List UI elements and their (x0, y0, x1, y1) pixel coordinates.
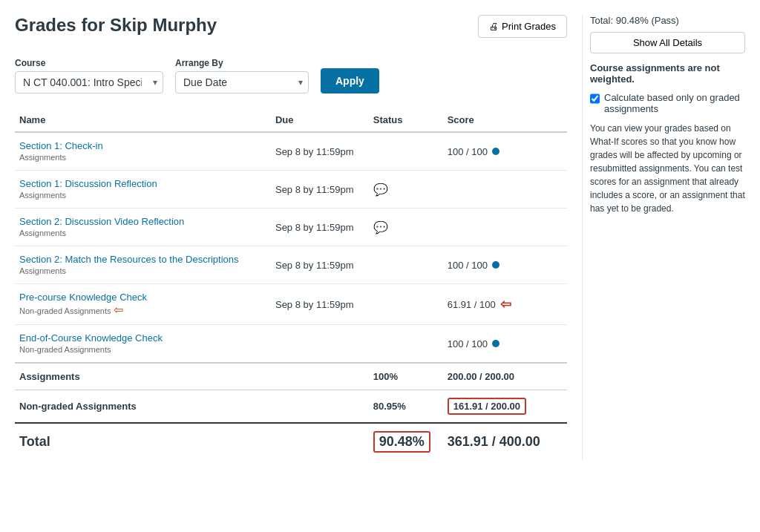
checkbox-label[interactable]: Calculate based only on graded assignmen… (604, 92, 745, 114)
table-row: Section 2: Discussion Video Reflection A… (15, 208, 567, 246)
score-cell: 100 / 100 (443, 132, 557, 171)
status-cell (369, 246, 443, 284)
assignment-link[interactable]: Section 1: Check-in (19, 140, 266, 151)
assignments-footer-label: Assignments (19, 371, 80, 382)
submission-icon: 💬 (373, 183, 388, 196)
assignment-link[interactable]: End-of-Course Knowledge Check (19, 332, 266, 344)
assignments-pct: 100% (369, 363, 443, 390)
sidebar-description: You can view your grades based on What-I… (590, 122, 745, 215)
assignments-score: 200.00 / 200.00 (443, 363, 557, 390)
score-dot (492, 340, 499, 347)
score-cell: 100 / 100 (443, 246, 557, 284)
due-cell: Sep 8 by 11:59pm (271, 132, 369, 171)
nongraded-footer-label: Non-graded Assignments (19, 401, 137, 412)
table-row: Section 2: Match the Resources to the De… (15, 246, 567, 284)
sidebar-total: Total: 90.48% (Pass) (590, 15, 745, 26)
table-row: End-of-Course Knowledge Check Non-graded… (15, 325, 567, 364)
apply-button[interactable]: Apply (321, 68, 379, 93)
assignment-sub: Assignments (19, 153, 66, 162)
score-cell (443, 208, 557, 246)
due-cell (271, 325, 369, 364)
status-cell: 💬 (369, 208, 443, 246)
nongraded-pct: 80.95% (369, 390, 443, 424)
score-cell: 61.91 / 100 ⇦ (443, 284, 557, 325)
status-cell (369, 325, 443, 364)
total-label: Total (19, 434, 50, 449)
due-cell: Sep 8 by 11:59pm (271, 208, 369, 246)
footer-total-row: Total 90.48% 361.91 / 400.00 (15, 423, 567, 460)
score-dot (492, 148, 499, 155)
score-value: 61.91 / 100 (448, 299, 496, 310)
col-score: Score (443, 108, 557, 132)
arrange-label: Arrange By (175, 58, 309, 68)
not-weighted-text: Course assignments are not weighted. (590, 62, 745, 85)
score-value: 100 / 100 (448, 260, 488, 271)
assignment-sub: Assignments (19, 191, 66, 200)
status-cell (369, 132, 443, 171)
table-row: Section 1: Check-in Assignments Sep 8 by… (15, 132, 567, 171)
due-cell: Sep 8 by 11:59pm (271, 284, 369, 325)
assignment-link[interactable]: Section 2: Match the Resources to the De… (19, 254, 266, 265)
score-cell: 100 / 100 (443, 325, 557, 364)
due-cell: Sep 8 by 11:59pm (271, 171, 369, 208)
col-spacer (557, 108, 568, 132)
col-name: Name (15, 108, 271, 132)
footer-assignments-row: Assignments 100% 200.00 / 200.00 (15, 363, 567, 390)
total-score: 361.91 / 400.00 (443, 423, 557, 460)
course-label: Course (15, 58, 163, 68)
assignment-sub: Non-graded Assignments (19, 345, 111, 354)
calculate-checkbox[interactable] (590, 93, 600, 104)
show-all-details-button[interactable]: Show All Details (590, 32, 745, 53)
print-grades-button[interactable]: 🖨 Print Grades (478, 15, 567, 38)
grades-table: Name Due Status Score Section 1: Check-i… (15, 108, 567, 460)
table-row: Pre-course Knowledge Check Non-graded As… (15, 284, 567, 325)
submission-icon: 💬 (373, 221, 388, 234)
left-arrow-icon: ⇦ (500, 296, 511, 312)
status-cell (369, 284, 443, 325)
page-title: Grades for Skip Murphy (15, 15, 217, 36)
assignment-sub: Assignments (19, 266, 66, 275)
footer-nongraded-row: Non-graded Assignments 80.95% 161.91 / 2… (15, 390, 567, 424)
table-row: Section 1: Discussion Reflection Assignm… (15, 171, 567, 208)
col-status: Status (369, 108, 443, 132)
arrange-select[interactable]: Due Date (175, 71, 309, 93)
score-value: 100 / 100 (448, 338, 488, 349)
assignment-sub: Non-graded Assignments ⇦ (19, 306, 123, 315)
due-cell: Sep 8 by 11:59pm (271, 246, 369, 284)
assignment-link[interactable]: Pre-course Knowledge Check (19, 292, 266, 303)
status-cell: 💬 (369, 171, 443, 208)
assignment-link[interactable]: Section 2: Discussion Video Reflection (19, 216, 266, 227)
assignment-sub: Assignments (19, 229, 66, 237)
score-dot (492, 261, 499, 269)
score-value: 100 / 100 (448, 146, 488, 157)
col-due: Due (271, 108, 369, 132)
nongraded-score: 161.91 / 200.00 (443, 390, 557, 424)
total-pct: 90.48% (369, 423, 443, 460)
course-select[interactable]: N CT 040.001: Intro Specia (15, 71, 163, 93)
assignment-link[interactable]: Section 1: Discussion Reflection (19, 178, 266, 189)
nongraded-score-highlight: 161.91 / 200.00 (448, 398, 526, 415)
total-pct-highlight: 90.48% (373, 431, 430, 453)
score-cell (443, 171, 557, 208)
